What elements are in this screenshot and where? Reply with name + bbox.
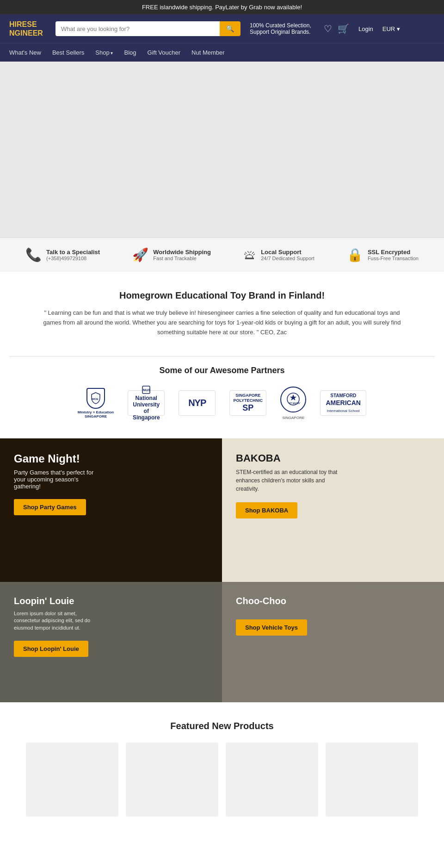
featured-grid bbox=[9, 743, 435, 817]
bakoba-description: STEM-certified as an educational toy tha… bbox=[236, 468, 338, 493]
hero-banner bbox=[0, 62, 444, 237]
secondary-banners: Loopin' Louie Lorem ipsum dolor sit amet… bbox=[0, 582, 444, 702]
loopin-louie-title: Loopin' Louie bbox=[14, 596, 208, 606]
feature-support-title: Local Support bbox=[261, 249, 314, 256]
main-nav: What's New Best Sellers Shop Blog Gift V… bbox=[0, 43, 444, 62]
svg-text:MOE: MOE bbox=[92, 398, 99, 400]
header-tagline: 100% Curated Selection, Support Original… bbox=[250, 22, 314, 35]
partners-section: Some of our Awesome Partners MOE Ministr… bbox=[0, 356, 444, 438]
nav-gift-voucher[interactable]: Gift Voucher bbox=[148, 44, 181, 62]
about-description: " Learning can be fun and that is what w… bbox=[37, 308, 407, 337]
shop-loopin-louie-button[interactable]: Shop Loopin' Louie bbox=[14, 641, 88, 657]
search-bar: 🔍 bbox=[56, 21, 240, 36]
phone-icon: 📞 bbox=[25, 247, 42, 262]
nav-whats-new[interactable]: What's New bbox=[9, 44, 41, 62]
featured-section: Featured New Products bbox=[0, 702, 444, 835]
feature-support: 🛎 Local Support 24/7 Dedicated Support bbox=[243, 247, 314, 262]
feature-specialist: 📞 Talk to a Specialist (+358)499729108 bbox=[25, 247, 100, 262]
svg-text:NUS: NUS bbox=[143, 388, 150, 392]
shop-party-games-button[interactable]: Shop Party Games bbox=[14, 499, 86, 515]
header-icons: ♡ 🛒 bbox=[324, 23, 349, 34]
ministry-shield-icon: MOE bbox=[86, 388, 105, 409]
login-link[interactable]: Login bbox=[358, 25, 373, 32]
promo-banners: Game Night! Party Games that's perfect f… bbox=[0, 438, 444, 582]
cart-icon[interactable]: 🛒 bbox=[338, 23, 349, 34]
product-card-1[interactable] bbox=[26, 743, 118, 817]
bakoba-brand: BAKOBA bbox=[236, 452, 430, 464]
nav-nut-member[interactable]: Nut Member bbox=[191, 44, 225, 62]
feature-ssl: 🔒 SSL Encrypted Fuss-Free Transaction bbox=[347, 247, 419, 262]
currency-selector[interactable]: EUR ▾ bbox=[382, 25, 400, 32]
promo-choo-choo: Choo-Choo Shop Vehicle Toys bbox=[222, 582, 444, 702]
product-card-4[interactable] bbox=[326, 743, 418, 817]
partner-nus: NUS National Universityof Singapore bbox=[128, 390, 165, 416]
rocket-icon: 🚀 bbox=[132, 247, 148, 262]
feature-support-subtitle: 24/7 Dedicated Support bbox=[261, 256, 314, 261]
feature-shipping-title: Worldwide Shipping bbox=[153, 249, 211, 256]
product-card-2[interactable] bbox=[126, 743, 218, 817]
shop-vehicle-toys-button[interactable]: Shop Vehicle Toys bbox=[236, 619, 307, 636]
feature-ssl-subtitle: Fuss-Free Transaction bbox=[368, 256, 419, 261]
wishlist-icon[interactable]: ♡ bbox=[324, 23, 332, 34]
header: HIRESE NGINEER 🔍 100% Curated Selection,… bbox=[0, 14, 444, 43]
ministry-label: Ministry = EducationSINGAPORE bbox=[78, 410, 114, 418]
nav-blog[interactable]: Blog bbox=[124, 44, 136, 62]
features-bar: 📞 Talk to a Specialist (+358)499729108 🚀… bbox=[0, 237, 444, 272]
partner-sp: SINGAPOREPOLYTECHNIC SP bbox=[229, 390, 266, 416]
partners-logos: MOE Ministry = EducationSINGAPORE NUS Na… bbox=[18, 387, 426, 420]
featured-heading: Featured New Products bbox=[9, 721, 435, 731]
partner-nyp: NYP bbox=[179, 390, 216, 416]
search-icon: 🔍 bbox=[226, 25, 234, 32]
feature-ssl-title: SSL Encrypted bbox=[368, 249, 419, 256]
partner-stamford: STAMFORD AMERICAN International School bbox=[320, 390, 366, 416]
about-section: Homegrown Educational Toy Brand in Finla… bbox=[0, 272, 444, 356]
svg-text:ST HILDA'S: ST HILDA'S bbox=[289, 402, 300, 405]
game-night-subtitle: Party Games that's perfect for your upco… bbox=[14, 469, 106, 490]
partner-sthildas: ST HILDA'S SINGAPORE bbox=[280, 387, 306, 420]
partner-ministry: MOE Ministry = EducationSINGAPORE bbox=[78, 388, 114, 418]
search-button[interactable]: 🔍 bbox=[220, 21, 240, 36]
product-card-3[interactable] bbox=[226, 743, 318, 817]
feature-shipping: 🚀 Worldwide Shipping Fast and Trackable bbox=[132, 247, 211, 262]
choo-choo-title: Choo-Choo bbox=[236, 596, 430, 606]
promo-loopin-louie: Loopin' Louie Lorem ipsum dolor sit amet… bbox=[0, 582, 222, 702]
feature-specialist-subtitle: (+358)499729108 bbox=[46, 256, 100, 261]
feature-specialist-title: Talk to a Specialist bbox=[46, 249, 100, 256]
sthildas-label: SINGAPORE bbox=[282, 416, 304, 420]
loopin-louie-desc: Lorem ipsum dolor sit amet, consectetur … bbox=[14, 610, 97, 631]
game-night-title: Game Night! bbox=[14, 452, 208, 465]
lock-icon: 🔒 bbox=[347, 247, 363, 262]
shop-bakoba-button[interactable]: Shop BAKOBA bbox=[236, 502, 297, 518]
support-icon: 🛎 bbox=[243, 247, 256, 262]
promo-game-night: Game Night! Party Games that's perfect f… bbox=[0, 438, 222, 582]
search-input[interactable] bbox=[56, 21, 220, 36]
logo[interactable]: HIRESE NGINEER bbox=[9, 20, 46, 37]
feature-shipping-subtitle: Fast and Trackable bbox=[153, 256, 211, 261]
nav-shop[interactable]: Shop bbox=[95, 44, 113, 62]
promo-bakoba: BAKOBA STEM-certified as an educational … bbox=[222, 438, 444, 582]
partners-heading: Some of our Awesome Partners bbox=[18, 366, 426, 375]
top-banner-text: FREE islandwide shipping. PayLater by Gr… bbox=[142, 4, 302, 11]
nav-best-sellers[interactable]: Best Sellers bbox=[52, 44, 84, 62]
about-heading: Homegrown Educational Toy Brand in Finla… bbox=[37, 290, 407, 301]
top-banner: FREE islandwide shipping. PayLater by Gr… bbox=[0, 0, 444, 14]
